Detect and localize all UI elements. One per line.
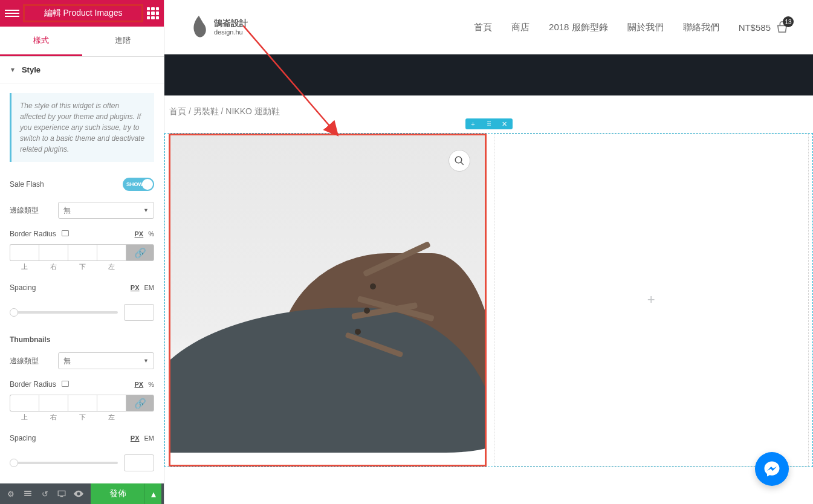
- panel-tabs: 樣式 進階: [0, 27, 164, 57]
- zoom-icon[interactable]: [449, 150, 470, 172]
- navigator-icon[interactable]: [19, 485, 36, 502]
- unit-px[interactable]: PX: [131, 435, 140, 442]
- spacing-slider-row: [0, 298, 164, 327]
- site-header: 鵠崙設計 design.hu 首頁 商店 2018 服飾型錄 關於我們 聯絡我們…: [164, 0, 813, 54]
- thumbnails-heading: Thumbnails: [0, 327, 164, 347]
- breadcrumb-home[interactable]: 首頁: [169, 106, 186, 116]
- thumb-border-type-label: 邊線類型: [10, 356, 40, 366]
- border-type-select[interactable]: 無 ▼: [58, 202, 154, 219]
- thumb-border-type-select[interactable]: 無 ▼: [58, 352, 154, 369]
- spacing-slider[interactable]: [10, 311, 118, 314]
- radius-left[interactable]: [97, 244, 126, 261]
- responsive-mode-icon[interactable]: [53, 485, 70, 502]
- border-type-row: 邊線類型 無 ▼: [0, 197, 164, 224]
- cart-price: NT$585: [739, 22, 771, 33]
- nav-contact[interactable]: 聯絡我們: [683, 22, 719, 33]
- breadcrumb-category[interactable]: 男裝鞋: [193, 106, 219, 116]
- section-handles: + ⠿ ✕: [465, 118, 513, 129]
- preview-canvas: 鵠崙設計 design.hu 首頁 商店 2018 服飾型錄 關於我們 聯絡我們…: [164, 0, 813, 504]
- unit-px[interactable]: PX: [135, 381, 144, 388]
- nav-home[interactable]: 首頁: [474, 22, 492, 33]
- border-radius-inputs: 🔗: [0, 244, 164, 261]
- chevron-down-icon: ▼: [143, 358, 149, 364]
- unit-px[interactable]: PX: [135, 230, 144, 237]
- unit-percent[interactable]: %: [148, 381, 154, 388]
- thumb-spacing-row: Spacing PX EM: [0, 428, 164, 448]
- product-image: [170, 135, 485, 465]
- radius-top[interactable]: [10, 244, 39, 261]
- accordion-style[interactable]: ▼ Style: [0, 57, 164, 83]
- thumb-spacing-value[interactable]: [124, 454, 154, 471]
- thumb-radius-top[interactable]: [10, 395, 39, 412]
- breadcrumb-product: NIKKO 運動鞋: [225, 106, 279, 116]
- border-radius-row: Border Radius PX %: [0, 224, 164, 244]
- add-widget-placeholder[interactable]: +: [494, 134, 809, 465]
- svg-line-3: [461, 162, 464, 165]
- sidebar-content: ▼ Style The style of this widget is ofte…: [0, 57, 164, 483]
- svg-rect-1: [60, 496, 63, 497]
- border-type-label: 邊線類型: [10, 205, 40, 216]
- responsive-icon[interactable]: [62, 381, 69, 387]
- logo-main-text: 鵠崙設計: [214, 18, 248, 28]
- thumb-spacing-slider[interactable]: [10, 462, 118, 464]
- tab-style[interactable]: 樣式: [0, 27, 82, 56]
- accordion-style-label: Style: [22, 65, 40, 74]
- responsive-icon[interactable]: [62, 230, 69, 236]
- product-images-widget[interactable]: ⛶ ✎: [169, 134, 487, 467]
- sale-flash-toggle[interactable]: SHOW: [123, 178, 154, 191]
- thumb-border-radius-inputs: 🔗: [0, 395, 164, 412]
- section-row: ⛶ ✎ +: [164, 133, 813, 467]
- thumb-radius-right[interactable]: [39, 395, 68, 412]
- sidebar-footer: ⚙ ↺ 發佈 ▴: [0, 483, 164, 504]
- nav-shop[interactable]: 商店: [511, 22, 530, 33]
- widget-title: 編輯 Product Images: [23, 4, 143, 22]
- unit-em[interactable]: EM: [144, 284, 155, 291]
- thumb-border-radius-row: Border Radius PX %: [0, 374, 164, 395]
- drag-section-handle[interactable]: ⠿: [481, 118, 497, 129]
- shoe-image: [170, 223, 485, 453]
- unit-percent[interactable]: %: [148, 230, 154, 237]
- slider-thumb[interactable]: [10, 459, 18, 467]
- preview-icon[interactable]: [70, 485, 87, 502]
- cart[interactable]: NT$585 13: [739, 21, 789, 33]
- border-radius-label: Border Radius: [10, 230, 56, 238]
- spacing-value[interactable]: [124, 304, 154, 321]
- add-section-button[interactable]: +: [465, 118, 481, 129]
- theme-warning-note: The style of this widget is often affect…: [10, 93, 154, 162]
- empty-column[interactable]: +: [494, 134, 809, 467]
- messenger-fab[interactable]: [755, 452, 789, 486]
- chevron-down-icon: ▼: [10, 66, 16, 73]
- sale-flash-label: Sale Flash: [10, 180, 44, 189]
- radius-right[interactable]: [39, 244, 68, 261]
- chevron-down-icon: ▼: [143, 207, 149, 213]
- link-values-button[interactable]: 🔗: [126, 244, 154, 261]
- slider-thumb[interactable]: [10, 308, 18, 317]
- unit-px[interactable]: PX: [131, 284, 140, 291]
- spacing-label: Spacing: [10, 283, 36, 292]
- hamburger-icon[interactable]: [5, 7, 19, 20]
- unit-em[interactable]: EM: [144, 435, 155, 442]
- publish-button[interactable]: 發佈: [91, 483, 144, 504]
- thumb-border-radius-label: Border Radius: [10, 380, 56, 389]
- svg-rect-0: [58, 491, 65, 496]
- publish-dropdown[interactable]: ▴: [144, 483, 161, 504]
- radius-side-labels: 上 右 下 左: [0, 261, 164, 277]
- nav-about[interactable]: 關於我們: [627, 22, 664, 33]
- widgets-grid-icon[interactable]: [147, 7, 159, 19]
- history-icon[interactable]: ↺: [36, 485, 53, 502]
- thumb-spacing-slider-row: [0, 448, 164, 477]
- site-logo[interactable]: 鵠崙設計 design.hu: [189, 15, 248, 40]
- nav-catalog[interactable]: 2018 服飾型錄: [549, 22, 608, 33]
- remove-section-button[interactable]: ✕: [497, 118, 513, 129]
- sale-flash-control: Sale Flash SHOW: [0, 172, 164, 197]
- editor-sidebar: 編輯 Product Images 樣式 進階 ▼ Style The styl…: [0, 0, 164, 504]
- thumb-radius-left[interactable]: [97, 395, 126, 412]
- settings-icon[interactable]: ⚙: [2, 485, 19, 502]
- plus-icon: +: [647, 292, 655, 308]
- thumb-radius-bottom[interactable]: [68, 395, 97, 412]
- tab-advanced[interactable]: 進階: [82, 27, 164, 56]
- thumb-radius-side-labels: 上 右 下 左: [0, 412, 164, 428]
- sidebar-header: 編輯 Product Images: [0, 0, 164, 27]
- radius-bottom[interactable]: [68, 244, 97, 261]
- thumb-link-values-button[interactable]: 🔗: [126, 395, 154, 412]
